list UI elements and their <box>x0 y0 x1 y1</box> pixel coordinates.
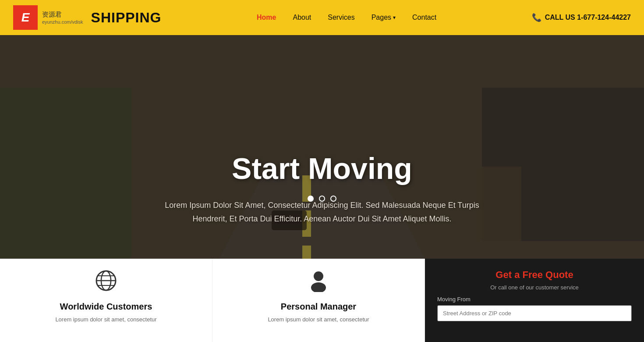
cards-section: Worldwide Customers Lorem ipsum dolor si… <box>0 259 644 342</box>
hero-subtitle: Lorem Ipsum Dolor Sit Amet, Consectetur … <box>165 199 479 225</box>
carousel-dot-2[interactable] <box>319 196 325 202</box>
navbar: E 资源君 eyunzhu.com/vdisk SHIPPING Home Ab… <box>0 0 644 35</box>
hero-section: Start Moving Lorem Ipsum Dolor Sit Amet,… <box>0 0 644 342</box>
card-worldwide-text: Lorem ipsum dolor sit amet, consectetur <box>55 315 156 324</box>
nav-item-services[interactable]: Services <box>322 14 361 21</box>
call-label: CALL US 1-677-124-44227 <box>545 14 631 21</box>
quote-subtitle: Or call one of our customer service <box>437 284 632 291</box>
logo-url: eyunzhu.com/vdisk <box>42 19 83 25</box>
quote-moving-from-input[interactable] <box>437 305 632 321</box>
quote-title: Get a Free Quote <box>437 269 632 281</box>
hero-subtitle-line1: Lorem Ipsum Dolor Sit Amet, Consectetur … <box>165 201 479 210</box>
hero-content: Start Moving Lorem Ipsum Dolor Sit Amet,… <box>165 151 479 225</box>
phone-icon: 📞 <box>532 13 541 22</box>
person-icon <box>307 269 330 296</box>
nav-link-contact[interactable]: Contact <box>406 10 442 25</box>
call-button[interactable]: 📞 CALL US 1-677-124-44227 <box>532 13 631 22</box>
svg-point-16 <box>314 271 323 281</box>
nav-item-contact[interactable]: Contact <box>406 14 442 21</box>
logo-letter: E <box>21 11 30 25</box>
nav-item-about[interactable]: About <box>287 14 317 21</box>
nav-link-services[interactable]: Services <box>322 10 361 25</box>
hero-title: Start Moving <box>165 151 479 185</box>
svg-point-17 <box>311 282 326 292</box>
site-title: SHIPPING <box>91 10 162 26</box>
card-worldwide: Worldwide Customers Lorem ipsum dolor si… <box>0 259 212 342</box>
hero-subtitle-line2: Hendrerit, Et Porta Dui Efficitur. Aenea… <box>193 214 452 223</box>
card-worldwide-title: Worldwide Customers <box>60 302 152 312</box>
nav-link-about[interactable]: About <box>287 10 317 25</box>
nav-link-pages[interactable]: Pages <box>365 10 402 25</box>
nav-link-home[interactable]: Home <box>251 10 282 25</box>
globe-icon <box>95 269 117 296</box>
nav-item-home[interactable]: Home <box>251 14 282 21</box>
carousel-dot-3[interactable] <box>330 196 336 202</box>
carousel-dot-1[interactable] <box>308 196 314 202</box>
card-personal-title: Personal Manager <box>281 302 356 312</box>
logo-box: E <box>13 5 38 30</box>
brand: E 资源君 eyunzhu.com/vdisk SHIPPING <box>13 5 161 30</box>
quote-card: Get a Free Quote Or call one of our cust… <box>425 259 644 342</box>
card-personal: Personal Manager Lorem ipsum dolor sit a… <box>212 259 425 342</box>
svg-rect-9 <box>0 88 131 263</box>
logo-chinese: 资源君 <box>42 10 83 19</box>
svg-rect-8 <box>478 167 521 241</box>
carousel-dots <box>308 196 336 202</box>
quote-moving-from-label: Moving From <box>437 296 632 303</box>
card-personal-text: Lorem ipsum dolor sit amet, consectetur <box>268 315 369 324</box>
nav-item-pages[interactable]: Pages <box>365 10 402 25</box>
nav-links: Home About Services Pages Contact <box>251 10 442 25</box>
logo-text: 资源君 eyunzhu.com/vdisk <box>42 10 83 25</box>
